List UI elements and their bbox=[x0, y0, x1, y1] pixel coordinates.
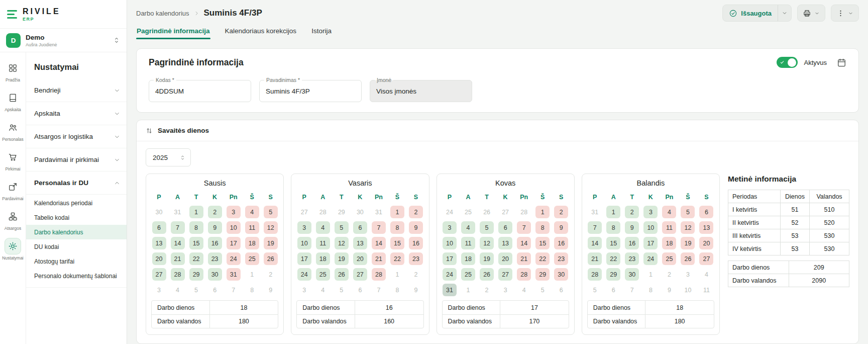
day-cell[interactable]: 2 bbox=[623, 204, 641, 220]
day-cell[interactable]: 4 bbox=[660, 204, 679, 220]
day-cell[interactable]: 11 bbox=[459, 235, 478, 251]
day-cell[interactable]: 2 bbox=[406, 204, 425, 220]
day-cell[interactable]: 10 bbox=[641, 220, 660, 235]
calendar-icon[interactable] bbox=[837, 58, 846, 67]
day-cell[interactable]: 8 bbox=[641, 282, 660, 298]
day-cell[interactable]: 22 bbox=[533, 251, 552, 267]
day-cell[interactable]: 30 bbox=[623, 267, 641, 282]
day-cell[interactable]: 26 bbox=[679, 251, 697, 267]
save-options-button[interactable] bbox=[778, 5, 791, 21]
day-cell[interactable]: 15 bbox=[187, 235, 205, 251]
day-cell[interactable]: 21 bbox=[586, 251, 604, 267]
day-cell[interactable]: 4 bbox=[697, 267, 716, 282]
print-button[interactable] bbox=[797, 5, 825, 22]
day-cell[interactable]: 5 bbox=[261, 204, 280, 220]
day-cell[interactable]: 16 bbox=[552, 235, 571, 251]
year-select[interactable]: 2025 bbox=[146, 148, 191, 166]
day-cell[interactable]: 30 bbox=[552, 267, 571, 282]
day-cell[interactable]: 23 bbox=[552, 251, 571, 267]
day-cell[interactable]: 14 bbox=[369, 235, 388, 251]
day-cell[interactable]: 17 bbox=[295, 251, 313, 267]
day-cell[interactable]: 11 bbox=[313, 235, 332, 251]
week-days-header[interactable]: Savaitės dienos bbox=[137, 120, 858, 141]
day-cell[interactable]: 26 bbox=[478, 267, 496, 282]
day-cell[interactable]: 7 bbox=[369, 282, 388, 298]
day-cell[interactable]: 3 bbox=[679, 267, 697, 282]
rail-item-atsargos[interactable]: Atsargos bbox=[5, 209, 22, 231]
day-cell[interactable]: 8 bbox=[604, 220, 623, 235]
day-cell[interactable]: 4 bbox=[515, 282, 533, 298]
day-cell[interactable]: 22 bbox=[604, 251, 623, 267]
day-cell[interactable]: 27 bbox=[351, 267, 369, 282]
day-cell[interactable]: 14 bbox=[515, 235, 533, 251]
rail-item-nustatymai[interactable]: Nustatymai bbox=[2, 238, 24, 261]
field-pavadinimas[interactable]: Pavadinimas *Suminis 4F/3P bbox=[259, 80, 362, 102]
day-cell[interactable]: 4 bbox=[168, 282, 187, 298]
day-cell[interactable]: 3 bbox=[441, 220, 459, 235]
day-cell[interactable]: 23 bbox=[406, 251, 425, 267]
day-cell[interactable]: 22 bbox=[187, 251, 205, 267]
day-cell[interactable]: 28 bbox=[168, 267, 187, 282]
day-cell[interactable]: 1 bbox=[604, 204, 623, 220]
day-cell[interactable]: 9 bbox=[205, 220, 224, 235]
day-cell[interactable]: 3 bbox=[496, 282, 515, 298]
day-cell[interactable]: 5 bbox=[332, 220, 351, 235]
day-cell[interactable]: 20 bbox=[150, 251, 168, 267]
day-cell[interactable]: 7 bbox=[515, 220, 533, 235]
day-cell[interactable]: 10 bbox=[295, 235, 313, 251]
day-cell[interactable]: 14 bbox=[168, 235, 187, 251]
day-cell[interactable]: 8 bbox=[187, 220, 205, 235]
menu-item-apskaita[interactable]: Apskaita bbox=[26, 102, 127, 125]
day-cell[interactable]: 3 bbox=[224, 204, 243, 220]
sidebar-item-kalendoriaus-periodai[interactable]: Kalendoriaus periodai bbox=[26, 196, 127, 210]
day-cell[interactable]: 15 bbox=[533, 235, 552, 251]
day-cell[interactable]: 31 bbox=[441, 282, 459, 298]
day-cell[interactable]: 29 bbox=[604, 267, 623, 282]
day-cell[interactable]: 7 bbox=[586, 220, 604, 235]
day-cell[interactable]: 9 bbox=[623, 220, 641, 235]
day-cell[interactable]: 27 bbox=[496, 267, 515, 282]
day-cell[interactable]: 2 bbox=[205, 204, 224, 220]
tab-kalendoriaus-korekcijos[interactable]: Kalendoriaus korekcijos bbox=[225, 26, 297, 39]
day-cell[interactable]: 20 bbox=[351, 251, 369, 267]
day-cell[interactable]: 29 bbox=[332, 204, 351, 220]
sidebar-item-personalo-dokumentu-sablonai[interactable]: Personalo dokumentų šablonai bbox=[26, 269, 127, 283]
day-cell[interactable]: 1 bbox=[388, 267, 406, 282]
day-cell[interactable]: 5 bbox=[533, 282, 552, 298]
day-cell[interactable]: 3 bbox=[150, 282, 168, 298]
day-cell[interactable]: 25 bbox=[313, 267, 332, 282]
tab-pagrindine-informacija[interactable]: Pagrindinė informacija bbox=[136, 26, 210, 39]
day-cell[interactable]: 28 bbox=[586, 267, 604, 282]
day-cell[interactable]: 6 bbox=[697, 204, 716, 220]
day-cell[interactable]: 2 bbox=[660, 267, 679, 282]
day-cell[interactable]: 22 bbox=[388, 251, 406, 267]
rail-item-pirkimai[interactable]: Pirkimai bbox=[5, 149, 21, 171]
day-cell[interactable]: 24 bbox=[295, 267, 313, 282]
breadcrumb-link[interactable]: Darbo kalendorius bbox=[136, 10, 189, 17]
day-cell[interactable]: 28 bbox=[313, 204, 332, 220]
day-cell[interactable]: 18 bbox=[313, 251, 332, 267]
day-cell[interactable]: 23 bbox=[623, 251, 641, 267]
day-cell[interactable]: 6 bbox=[604, 282, 623, 298]
day-cell[interactable]: 10 bbox=[679, 282, 697, 298]
day-cell[interactable]: 25 bbox=[459, 204, 478, 220]
day-cell[interactable]: 20 bbox=[496, 251, 515, 267]
rail-item-apskaita[interactable]: Apskaita bbox=[5, 90, 21, 112]
day-cell[interactable]: 6 bbox=[205, 282, 224, 298]
day-cell[interactable]: 1 bbox=[388, 204, 406, 220]
day-cell[interactable]: 31 bbox=[168, 204, 187, 220]
day-cell[interactable]: 7 bbox=[623, 282, 641, 298]
day-cell[interactable]: 25 bbox=[459, 267, 478, 282]
day-cell[interactable]: 26 bbox=[478, 204, 496, 220]
day-cell[interactable]: 18 bbox=[243, 235, 261, 251]
more-menu-button[interactable] bbox=[831, 5, 859, 22]
day-cell[interactable]: 9 bbox=[406, 282, 425, 298]
day-cell[interactable]: 19 bbox=[261, 235, 280, 251]
day-cell[interactable]: 26 bbox=[332, 267, 351, 282]
day-cell[interactable]: 13 bbox=[697, 220, 716, 235]
day-cell[interactable]: 27 bbox=[496, 204, 515, 220]
day-cell[interactable]: 7 bbox=[224, 282, 243, 298]
sidebar-item-du-kodai[interactable]: DU kodai bbox=[26, 239, 127, 254]
day-cell[interactable]: 24 bbox=[441, 204, 459, 220]
day-cell[interactable]: 2 bbox=[406, 267, 425, 282]
